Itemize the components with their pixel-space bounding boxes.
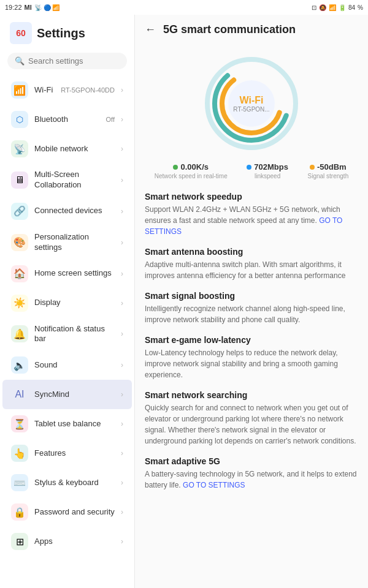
stat-signal-label: Signal strength [307,173,348,179]
smart-antenna-title: Smart antenna boosting [145,247,358,257]
smart-adaptive5g-desc: A battery-saving technology in 5G networ… [145,469,358,491]
status-bar-left: 19:22 MI 📡 🔵 📶 [5,4,59,11]
display-icon: ☀️ [11,295,28,312]
password-security-icon: 🔒 [11,503,28,521]
cast-icon: ⊡ [312,4,316,11]
sidebar-item-connected-devices[interactable]: 🔗 Connected devices › [2,197,132,226]
chevron-icon: › [121,299,123,307]
status-bar-right: ⊡ 🔕 📶 🔋 84 % [312,4,363,11]
stat-dot-orange [310,165,315,170]
chevron-icon: › [121,508,123,516]
settings-title: 60 Settings [10,22,125,44]
smart-searching: Smart network searching Quickly search f… [145,390,358,447]
status-icons: 📡 🔵 📶 [34,4,60,11]
sidebar: 60 Settings 🔍 📶 Wi-Fi RT-5GPON-40DD › ⬡ … [0,15,135,588]
sidebar-item-label: Bluetooth [34,115,100,125]
settings-logo: 60 [10,22,32,44]
stat-signal-value: -50dBm [317,162,347,172]
notification-icon: 🔔 [11,325,28,342]
smart-signal-desc: Intelligently recognize network channel … [145,303,358,325]
smart-signal: Smart signal boosting Intelligently reco… [145,291,358,325]
gauge-wrapper: Wi-Fi RT-5GPON... [202,55,301,153]
connected-devices-icon: 🔗 [11,203,28,220]
search-box[interactable]: 🔍 [7,53,127,69]
chevron-icon: › [121,390,123,399]
sidebar-item-multi-screen[interactable]: 🖥 Multi-Screen Collaboration › [2,164,132,197]
mute-icon: 🔕 [319,4,326,11]
sidebar-item-features[interactable]: 👆 Features › [2,439,132,468]
sidebar-item-mobile-network[interactable]: 📡 Mobile network › [2,134,132,164]
personalization-icon: 🎨 [11,234,28,251]
sidebar-item-notification[interactable]: 🔔 Notification & status bar › [2,318,132,351]
sound-icon: 🔈 [11,356,28,374]
sidebar-item-bluetooth[interactable]: ⬡ Bluetooth Off › [2,105,132,134]
bluetooth-item-icon: ⬡ [11,111,28,128]
smart-egame-title: Smart e-game low-latency [145,335,358,345]
sidebar-item-personalization[interactable]: 🎨 Personalization settings › [2,226,132,259]
sidebar-item-label: Password and security [34,507,115,518]
chevron-icon: › [121,207,123,216]
search-icon: 🔍 [15,56,25,66]
sidebar-item-label: Connected devices [34,206,115,216]
stat-dot-green [173,165,178,170]
chevron-icon: › [121,115,123,124]
sidebar-item-label: Multi-Screen Collaboration [34,170,115,190]
wifi-item-icon: 📶 [11,81,28,99]
sidebar-item-label: Wi-Fi [34,85,55,96]
sidebar-item-wifi[interactable]: 📶 Wi-Fi RT-5GPON-40DD › [2,75,132,105]
wifi-gauge-container: Wi-Fi RT-5GPON... [135,45,368,157]
wifi-badge: RT-5GPON-40DD [61,86,115,94]
sidebar-item-stylus-keyboard[interactable]: ⌨️ Stylus & keyboard › [2,468,132,497]
smart-adaptive5g: Smart adaptive 5G A battery-saving techn… [145,456,358,491]
sidebar-item-apps[interactable]: ⊞ Apps › [2,527,132,556]
sidebar-item-label: Stylus & keyboard [34,478,115,488]
chevron-icon: › [121,270,123,278]
status-brand: MI [25,4,32,11]
smart-antenna-desc: Adaptive multi-antenna switch plan. With… [145,259,358,281]
stat-speed-label: Network speed in real-time [155,173,228,179]
stat-dot-blue [247,165,251,170]
sidebar-item-label: Features [34,448,115,459]
search-input[interactable] [28,56,120,66]
sidebar-item-tablet-balance[interactable]: ⏳ Tablet use balance › [2,409,132,439]
stat-signal: -50dBm Signal strength [307,162,348,179]
stats-row: 0.00K/s Network speed in real-time 702Mb… [135,157,368,187]
sidebar-item-sound[interactable]: 🔈 Sound › [2,350,132,380]
stat-link-value: 702Mbps [254,162,288,172]
features-icon: 👆 [11,445,28,462]
status-bar: 19:22 MI 📡 🔵 📶 ⊡ 🔕 📶 🔋 84 % [0,0,368,15]
sidebar-item-label: Tablet use balance [34,419,115,429]
sidebar-item-syncmind[interactable]: AI SyncMind › [2,380,132,409]
stat-network-speed: 0.00K/s Network speed in real-time [155,162,228,179]
right-panel-header: ← 5G smart communication [135,15,368,45]
sidebar-item-label: Notification & status bar [34,324,115,345]
tablet-balance-icon: ⏳ [11,415,28,432]
smart-speedup: Smart network speedup Support WLAN 2.4GH… [145,192,358,237]
sidebar-item-password-security[interactable]: 🔒 Password and security › [2,497,132,527]
sidebar-item-display[interactable]: ☀️ Display › [2,288,132,318]
gauge-center-text: Wi-Fi RT-5GPON... [233,95,269,113]
stat-linkspeed: 702Mbps linkspeed [247,162,288,179]
smart-egame-desc: Low-Latency technology helps to reduce t… [145,347,358,380]
chevron-icon: › [121,176,123,184]
smart-searching-title: Smart network searching [145,390,358,400]
status-time: 19:22 [5,4,22,11]
chevron-icon: › [121,330,123,338]
right-panel-title: 5G smart communication [163,23,296,36]
chevron-icon: › [121,449,123,458]
stat-speed-value: 0.00K/s [180,162,209,172]
main-layout: 60 Settings 🔍 📶 Wi-Fi RT-5GPON-40DD › ⬡ … [0,15,368,588]
sidebar-item-home-screen[interactable]: 🏠 Home screen settings › [2,259,132,288]
chevron-icon: › [121,361,123,369]
apps-icon: ⊞ [11,533,28,550]
sidebar-item-label: SyncMind [34,390,115,400]
chevron-icon: › [121,537,123,546]
chevron-icon: › [121,420,123,428]
smart-speedup-title: Smart network speedup [145,192,358,202]
back-button[interactable]: ← [145,23,156,36]
adaptive5g-settings-link[interactable]: GO TO SETTINGS [183,481,245,489]
chevron-icon: › [121,238,123,247]
chevron-icon: › [121,478,123,487]
home-screen-icon: 🏠 [11,265,28,282]
sidebar-item-label: Sound [34,360,115,371]
